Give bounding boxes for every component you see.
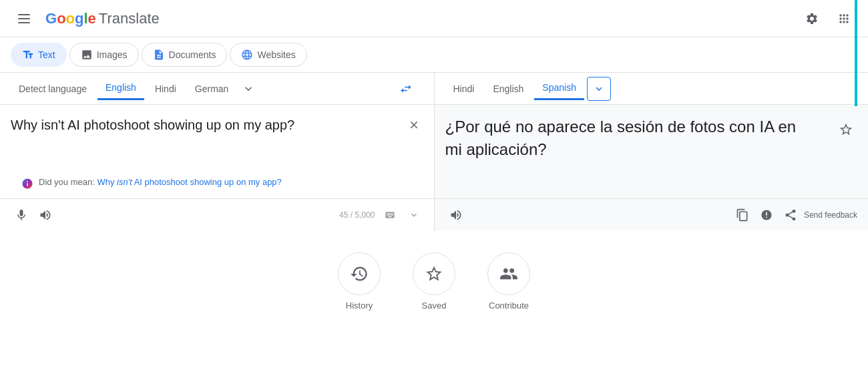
translated-text: ¿Por qué no aparece la sesión de fotos c… (445, 116, 817, 160)
target-lang-bar: Hindi English Spanish (435, 73, 869, 105)
source-german-btn[interactable]: German (187, 78, 237, 100)
source-more-languages-btn[interactable] (239, 79, 258, 98)
target-footer-right: Send feedback (732, 204, 857, 226)
swap-languages-btn[interactable] (394, 77, 418, 101)
thumbs-up-down-btn[interactable] (756, 204, 777, 226)
hamburger-menu-button[interactable] (11, 5, 37, 32)
source-text-area: Why isn't AI photoshoot showing up on my… (0, 105, 434, 198)
tab-documents[interactable]: Documents (142, 43, 228, 67)
speaker-button[interactable] (35, 204, 56, 226)
expand-button[interactable] (405, 206, 423, 224)
source-panel: Detect language English Hindi German (0, 73, 435, 231)
source-lang-bar: Detect language English Hindi German (0, 73, 434, 105)
send-feedback-link[interactable]: Send feedback (804, 210, 857, 220)
did-you-mean: Did you mean: Why isn't AI photoshoot sh… (11, 172, 423, 195)
svg-rect-2 (18, 22, 30, 23)
svg-rect-0 (18, 14, 30, 15)
target-spanish-btn[interactable]: Spanish (534, 77, 584, 100)
contribute-icon-circle (487, 252, 530, 295)
header-right (799, 5, 857, 32)
target-english-btn[interactable]: English (485, 78, 531, 100)
tab-text[interactable]: Text (11, 43, 67, 67)
source-english-btn[interactable]: English (97, 77, 144, 100)
header: G o o g l e Translate (0, 0, 868, 37)
google-logo: G o o g l e Translate (45, 10, 160, 27)
saved-icon-circle (413, 252, 455, 295)
source-hindi-btn[interactable]: Hindi (147, 78, 184, 100)
did-you-mean-link[interactable]: Why isn't AI photoshoot showing up on my… (97, 177, 281, 187)
target-footer: Send feedback (435, 198, 869, 231)
saved-action[interactable]: Saved (413, 252, 455, 311)
did-you-mean-text: Did you mean: Why isn't AI photoshoot sh… (39, 177, 282, 187)
tab-websites-label: Websites (257, 49, 295, 60)
bottom-actions: History Saved Contribute (0, 231, 868, 332)
target-panel: Hindi English Spanish ¿Por qué no aparec… (435, 73, 869, 231)
target-more-languages-btn[interactable] (587, 77, 611, 101)
share-translation-btn[interactable] (780, 204, 801, 226)
app-name: Translate (99, 10, 160, 27)
tab-text-label: Text (38, 49, 55, 60)
source-input[interactable]: Why isn't AI photoshoot showing up on my… (11, 116, 423, 169)
source-footer-left (11, 204, 56, 226)
history-action[interactable]: History (338, 252, 381, 311)
source-footer: 45 / 5,000 (0, 198, 434, 231)
target-footer-left (445, 204, 467, 226)
save-translation-btn[interactable] (835, 118, 857, 141)
tab-websites[interactable]: Websites (230, 43, 306, 67)
microphone-button[interactable] (11, 204, 32, 226)
translation-panels: Detect language English Hindi German (0, 73, 868, 231)
saved-label: Saved (422, 301, 447, 311)
svg-rect-1 (18, 18, 30, 19)
history-icon-circle (338, 252, 381, 295)
tab-documents-label: Documents (169, 49, 216, 60)
copy-translation-btn[interactable] (732, 204, 753, 226)
tab-images-label: Images (97, 49, 128, 60)
target-speaker-button[interactable] (445, 204, 467, 226)
header-left: G o o g l e Translate (11, 5, 160, 32)
tab-images[interactable]: Images (69, 43, 139, 67)
translation-text-area: ¿Por qué no aparece la sesión de fotos c… (435, 105, 869, 198)
google-apps-button[interactable] (831, 5, 857, 32)
clear-button[interactable] (405, 116, 423, 134)
mode-tabs: Text Images Documents Websites (0, 37, 868, 73)
history-label: History (346, 301, 373, 311)
source-char-count: 45 / 5,000 (339, 206, 423, 224)
keyboard-button[interactable] (381, 206, 399, 224)
contribute-action[interactable]: Contribute (487, 252, 530, 311)
settings-button[interactable] (799, 5, 825, 32)
contribute-label: Contribute (489, 301, 529, 311)
detect-language-btn[interactable]: Detect language (11, 78, 95, 100)
target-hindi-btn[interactable]: Hindi (445, 78, 483, 100)
